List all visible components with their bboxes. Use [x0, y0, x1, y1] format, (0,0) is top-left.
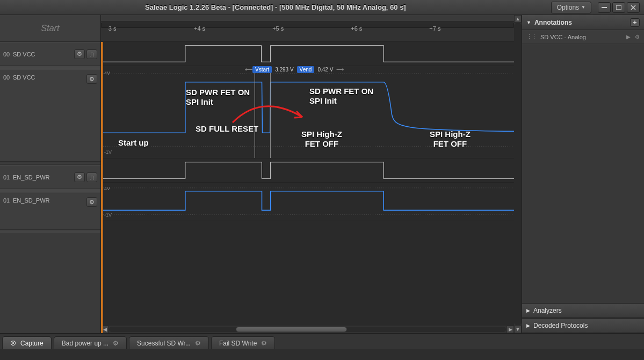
timeline-tick: +6 s — [351, 25, 362, 32]
options-button[interactable]: Options ▼ — [551, 2, 591, 13]
vstart-value: 3.293 V — [275, 67, 293, 73]
tab-successful-write[interactable]: Sucessful SD Wr... ⚙ — [129, 336, 209, 349]
channel-name[interactable]: SD VCC — [13, 74, 85, 81]
window-maximize-button[interactable] — [612, 2, 625, 13]
timeline[interactable]: 3 s+4 s+5 s+6 s+7 s — [101, 15, 514, 42]
capture-icon: ⦿ — [10, 340, 16, 347]
channel-row: 01 EN_SD_PWR ⚙ ⎍ — [0, 165, 100, 189]
channel-name[interactable]: EN_SD_PWR — [13, 174, 73, 181]
sidebar-spacer — [0, 233, 100, 333]
vertical-scrollbar[interactable]: ▲ ▼ — [514, 15, 522, 333]
waveform-row-analog[interactable]: 4V -1V ⟵ Vstart 3.293 V — [101, 66, 514, 159]
annotation-fet-on-2: SD PWR FET ON SPI Init — [309, 87, 373, 106]
svg-rect-1 — [616, 5, 621, 10]
trigger-icon[interactable]: ⎍ — [86, 49, 97, 59]
annotation-highz-1: SPI High-Z FET OFF — [301, 129, 342, 149]
gear-icon[interactable]: ⚙ — [74, 172, 85, 182]
annotation-full-reset: SD FULL RESET — [196, 124, 258, 134]
play-icon[interactable]: ▶ — [626, 34, 631, 40]
analyzers-section[interactable]: ▶ Analyzers — [522, 303, 644, 318]
gear-icon[interactable]: ⚙ — [195, 340, 201, 347]
channel-sidebar: Start 00 SD VCC ⚙ ⎍ 00 SD VCC ⚙ 01 EN_SD… — [0, 15, 101, 333]
annotations-header[interactable]: ▼ Annotations + — [522, 15, 644, 30]
waveform-stack[interactable]: 4V -1V ⟵ Vstart 3.293 V — [101, 42, 514, 326]
annotation-highz-2: SPI High-Z FET OFF — [430, 129, 471, 149]
scroll-up-icon[interactable]: ▲ — [514, 15, 522, 23]
right-sidebar: ▼ Annotations + ⋮⋮ SD VCC - Analog ▶ ⚙ ▶… — [522, 15, 644, 333]
waveform-area: 3 s+4 s+5 s+6 s+7 s 4V -1V — [101, 15, 522, 333]
chevron-down-icon: ▼ — [581, 5, 585, 10]
gear-icon[interactable]: ⚙ — [86, 197, 97, 207]
scroll-right-icon[interactable]: ▶ — [506, 326, 514, 333]
annotation-item-label: SD VCC - Analog — [540, 34, 586, 40]
channel-row: 00 SD VCC ⚙ — [0, 69, 100, 162]
timeline-tick: +7 s — [429, 25, 440, 32]
chevron-right-icon: ▶ — [526, 308, 530, 313]
chevron-right-icon: ▶ — [526, 323, 530, 328]
scrollbar-track[interactable] — [514, 23, 522, 325]
channel-number: 00 — [3, 74, 13, 81]
svg-rect-0 — [602, 7, 607, 8]
waveform-row-digital[interactable] — [101, 42, 514, 66]
options-label: Options — [557, 4, 579, 11]
start-button[interactable]: Start — [0, 15, 100, 42]
tab-fail-write[interactable]: Fail SD Write ⚙ — [211, 336, 275, 349]
scrollbar-track[interactable] — [109, 327, 506, 332]
vend-tag: Vend — [297, 66, 315, 73]
horizontal-scrollbar[interactable]: ◀ ▶ — [101, 326, 514, 333]
channel-number: 00 — [3, 51, 13, 57]
gear-icon[interactable]: ⚙ — [74, 49, 85, 59]
channel-name[interactable]: SD VCC — [13, 51, 73, 57]
bottom-tab-bar: ⦿ Capture Bad power up ... ⚙ Sucessful S… — [0, 333, 644, 349]
timeline-tick: +5 s — [272, 25, 284, 32]
window-title: Saleae Logic 1.2.26 Beta - [Connected] -… — [0, 3, 551, 11]
window-minimize-button[interactable] — [598, 2, 611, 13]
timeline-tick: +4 s — [194, 25, 205, 32]
trigger-icon[interactable]: ⎍ — [86, 172, 97, 182]
measurement-bar: ⟵ Vstart 3.293 V Vend 0.42 V ⟶ — [245, 66, 344, 73]
channel-number: 01 — [3, 197, 13, 204]
scroll-down-icon[interactable]: ▼ — [514, 326, 522, 333]
window-close-button[interactable] — [627, 2, 640, 13]
scrollbar-thumb[interactable] — [236, 327, 347, 332]
waveform-row-analog[interactable]: 4V -1V — [101, 183, 514, 220]
annotation-startup: Start up — [118, 138, 149, 148]
drag-handle-icon[interactable]: ⋮⋮ — [526, 33, 536, 40]
channel-number: 01 — [3, 174, 13, 181]
tab-capture[interactable]: ⦿ Capture — [2, 336, 52, 349]
add-annotation-button[interactable]: + — [630, 18, 640, 27]
channel-row: 01 EN_SD_PWR ⚙ — [0, 192, 100, 230]
channel-row: 00 SD VCC ⚙ ⎍ — [0, 42, 100, 66]
timeline-tick: 3 s — [108, 25, 117, 32]
sidebar-spacer — [522, 44, 644, 303]
waveform-row-digital[interactable] — [101, 159, 514, 183]
tab-bad-powerup[interactable]: Bad power up ... ⚙ — [54, 336, 127, 349]
channel-name[interactable]: EN_SD_PWR — [13, 197, 85, 204]
annotation-fet-on-1: SD PWR FET ON SPI Init — [186, 88, 250, 107]
chevron-down-icon: ▼ — [526, 20, 531, 25]
vend-value: 0.42 V — [317, 67, 333, 73]
trigger-marker[interactable] — [101, 42, 103, 333]
decoded-protocols-section[interactable]: ▶ Decoded Protocols — [522, 318, 644, 333]
arrow-right-icon: ⟶ — [336, 67, 344, 73]
arrow-left-icon: ⟵ — [245, 67, 252, 73]
titlebar: Saleae Logic 1.2.26 Beta - [Connected] -… — [0, 0, 644, 15]
gear-icon[interactable]: ⚙ — [635, 34, 640, 40]
annotation-item[interactable]: ⋮⋮ SD VCC - Analog ▶ ⚙ — [522, 30, 644, 44]
gear-icon[interactable]: ⚙ — [261, 340, 267, 347]
vstart-tag: Vstart — [252, 66, 272, 73]
gear-icon[interactable]: ⚙ — [113, 340, 119, 347]
gear-icon[interactable]: ⚙ — [86, 74, 97, 84]
